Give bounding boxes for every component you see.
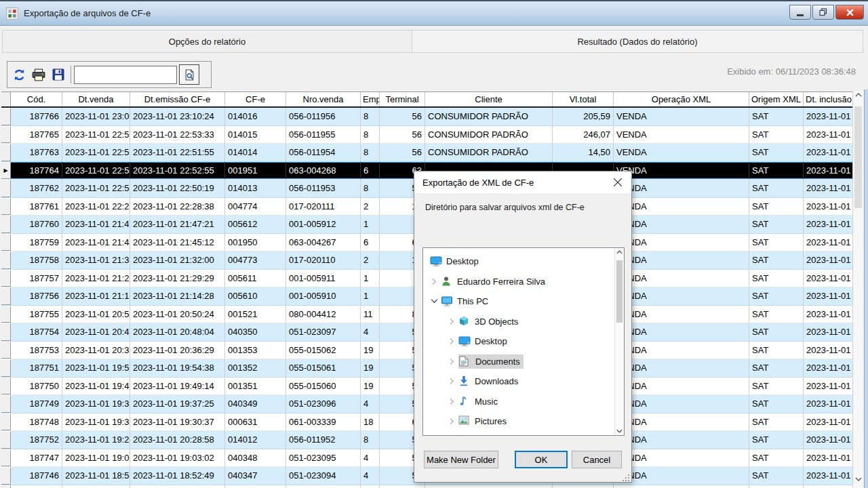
tree-item-label: Eduardo Ferreira Silva [457,277,545,287]
cell-nro_venda: 055-015060 [286,378,361,395]
tree-item-desktop[interactable]: Desktop [423,331,624,352]
cell-dt_emissao: 2023-11-01 22:51:55 [130,144,225,161]
table-row[interactable]: 1877632023-11-01 22:51:362023-11-01 22:5… [1,144,853,162]
table-row[interactable]: 1877662023-11-01 23:09:252023-11-01 23:1… [1,108,853,126]
chevron-right-icon[interactable] [445,418,458,425]
cell-dt_inclusao: 2023-11-01 [804,144,853,161]
export-xml-dialog: Exportação de XML de CF-e Diretório para… [414,171,632,483]
cell-operacao: VENDA [614,467,749,485]
music-icon [458,396,471,407]
scroll-up-icon[interactable] [853,93,863,102]
row-gutter [1,270,11,287]
cell-emp: 19 [361,359,380,377]
close-button[interactable] [835,5,864,20]
cell-dt_venda: 2023-11-01 21:29:18 [62,270,130,287]
restore-button[interactable] [812,5,834,20]
cell-dt_emissao: 2023-11-01 22:50:19 [130,180,225,197]
cell-terminal: 56 [380,108,425,125]
tree-scroll-up-icon[interactable] [615,250,624,254]
table-row[interactable]: 1877652023-11-01 22:53:002023-11-01 22:5… [1,126,853,144]
tree-item-this-pc[interactable]: This PC [423,291,624,312]
chevron-right-icon[interactable] [445,358,458,365]
column-header-cod[interactable]: Cód. [11,92,62,106]
preview-button[interactable] [179,64,199,85]
tree-item-documents[interactable]: Documents [423,352,624,372]
cell-dt_emissao: 2023-11-01 20:36:29 [130,342,225,359]
chevron-right-icon[interactable] [445,338,458,345]
tab-opcoes-do-relatorio[interactable]: Opções do relatório [2,30,412,53]
tree-item-label: Desktop [475,336,507,346]
column-header-cliente[interactable]: Cliente [425,92,553,106]
save-button[interactable] [50,66,66,83]
column-header-dt_emissao[interactable]: Dt.emissão CF-e [130,92,225,106]
cell-cod: 187765 [11,126,62,144]
tree-scroll-down-icon[interactable] [615,429,624,433]
column-header-operacao[interactable]: Operação XML [614,92,749,106]
column-header-terminal[interactable]: Terminal [380,92,425,106]
chevron-right-icon[interactable] [427,278,441,285]
make-new-folder-button[interactable]: Make New Folder [424,451,498,468]
cell-nro_venda: 056-011955 [286,126,361,144]
tree-item-eduardo-ferreira-silva[interactable]: Eduardo Ferreira Silva [423,272,624,292]
grid-scrollbar[interactable] [852,92,863,488]
cell-dt_inclusao: 2023-11-01 [804,306,853,323]
print-button[interactable] [31,66,47,83]
column-header-vl_total[interactable]: Vl.total [553,92,614,106]
cell-dt_venda: 2023-11-01 19:30:08 [62,413,130,431]
cancel-button[interactable]: Cancel [572,451,622,468]
column-header-dt_inclusao[interactable]: Dt. inclusão [804,92,853,106]
pictures-icon [458,415,471,427]
cell-operacao: VENDA [614,108,749,125]
tree-item-pictures[interactable]: Pictures [423,411,624,432]
tree-item-desktop[interactable]: Desktop [423,251,624,272]
chevron-right-icon[interactable] [445,318,458,325]
column-header-cfe[interactable]: CF-e [225,92,286,106]
resize-grip[interactable] [622,472,630,481]
column-header-dt_venda[interactable]: Dt.venda [62,92,130,106]
dialog-buttons: Make New Folder OK Cancel [414,451,631,468]
cell-dt_inclusao: 2023-11-01 [804,413,853,431]
cell-nro_venda: 001-005911 [286,270,361,287]
row-gutter [1,485,11,488]
chevron-right-icon[interactable] [445,398,458,405]
scroll-down-icon[interactable] [853,477,863,487]
column-header-emp[interactable]: Emp [361,92,380,106]
refresh-button[interactable] [11,66,27,83]
cell-emp: 1 [361,216,380,233]
cell-dt_venda: 2023-11-01 20:50:00 [62,306,130,323]
cell-dt_venda: 2023-11-01 21:31:52 [62,251,130,269]
cell-cod: 187748 [11,413,62,431]
cell-terminal: 56 [380,126,425,144]
filter-input[interactable] [74,66,177,84]
column-header-origem[interactable]: Origem XML [749,92,804,106]
cell-nro_venda: 061-003339 [286,413,361,431]
cell-origem: SAT [749,162,804,180]
tree-item-music[interactable]: Music [423,392,624,412]
cell-emp: 8 [361,126,380,144]
tree-item-label: Desktop [446,256,479,266]
chevron-right-icon[interactable] [445,378,458,385]
chevron-down-icon[interactable] [427,299,441,304]
cell-terminal [380,485,425,488]
cell-operacao: VENDA [614,234,749,251]
scroll-thumb[interactable] [854,106,862,208]
titlebar: Exportação de arquivos de CF-e [0,1,868,26]
cell-operacao: VENDA [614,395,749,413]
cell-operacao: VENDA [614,413,749,431]
ok-button[interactable]: OK [515,451,568,468]
tree-scrollbar[interactable] [614,248,624,435]
window-edge [864,89,868,488]
cell-dt_venda: 2023-11-01 21:44:21 [62,234,130,251]
tree-item-downloads[interactable]: Downloads [423,371,624,392]
cell-cliente: CONSUMIDOR PADRÃO [425,108,553,125]
cell-origem: SAT [749,251,804,269]
column-header-nro_venda[interactable]: Nro.venda [286,92,361,106]
row-gutter [1,342,11,359]
table-row[interactable] [1,485,853,488]
tab-resultado[interactable]: Resultado (Dados do relatório) [412,30,863,53]
dialog-close-button[interactable] [611,176,625,189]
documents-icon [459,356,472,367]
tree-scroll-thumb[interactable] [616,260,623,323]
tree-item-3d-objects[interactable]: 3D Objects [423,312,624,332]
minimize-button[interactable] [789,5,811,20]
